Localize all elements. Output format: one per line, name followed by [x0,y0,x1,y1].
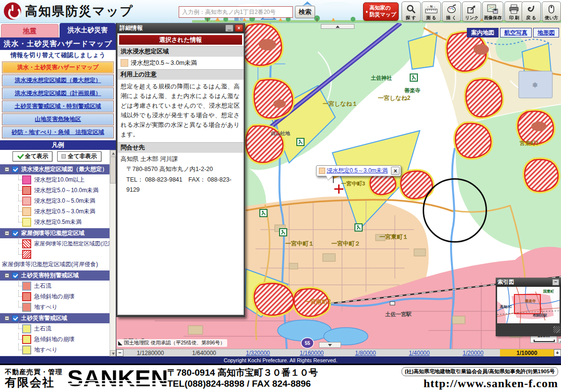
index-map-label: 布師田駅 [532,313,548,318]
minimize-icon[interactable]: − [552,279,559,285]
draw-tool-button[interactable]: 描 く [442,1,461,22]
map-attribution: 国土地理院 使用承認（平25情使、第896号） [117,339,227,347]
nav-sabo-designated[interactable]: 砂防・地すべり・急傾 法指定区域 [2,126,114,138]
footer-license: (社)高知県宅地建物取引業協会会員/高知県知事免許(9)第1905号 [402,367,558,376]
link-tool-button[interactable]: リンク [462,1,481,22]
tooltip-link[interactable]: 浸水想定0.5～3.0m未満 [327,167,388,175]
debris-flow-special-swatch [22,282,31,291]
nav-sediment-warning[interactable]: 土砂災害警戒区域・特別警戒区域 [2,100,114,112]
legend-item: 浸水想定10.0m以上 [0,174,116,185]
pan-up-handle[interactable] [321,24,354,29]
scrollbar-thumb[interactable] [110,157,116,184]
down-arrow-icon [328,344,332,346]
steep-slope-warning-swatch [22,335,31,344]
show-all-button[interactable]: 全て表示 [12,151,52,161]
legend-body: 全て表示 全て非表示 洪水浸水想定区域図（最大想定） 浸水想定10.0m以上 浸… [0,150,116,356]
tab-earthquake[interactable]: 地震 [1,24,59,37]
checkbox-checked[interactable] [12,272,18,279]
nav-mountain-disaster[interactable]: 山地災害危険地区 [2,113,114,125]
pan-down-handle[interactable] [319,342,341,348]
highlight-circle-annotation [423,178,487,243]
footer-tagline: 不動産売買・管理 [5,368,62,376]
nav-flood-plan[interactable]: 洪水浸水想定区域図（計画規模） [2,87,114,99]
footer-company-block: 不動産売買・管理 有限会社 [5,368,62,389]
footer-url[interactable]: http://www.sanken-f.com [424,377,558,390]
scale-1-160000[interactable]: 1/160000 [285,349,339,356]
legend-item: 地すべり [0,344,116,355]
tab-flood-sediment[interactable]: 洪水土砂災害 [60,23,116,37]
scale-1-20000[interactable]: 1/20000 [446,349,500,356]
legend-group-collapse[interactable]: 家屋倒壊等氾濫想定区域 [0,228,116,238]
collapse-icon[interactable] [5,316,9,320]
logo-stripe [67,386,168,388]
zoom-in-button[interactable]: + [554,349,561,356]
map-label: 一宮中町１ [285,240,314,247]
scale-1-80000[interactable]: 1/80000 [339,349,392,356]
sidebar: 地震 洪水土砂災害 洪水・土砂災害ハザードマップ 情報を切り替えて確認しましょう… [0,23,116,356]
svg-text:55: 55 [305,341,310,346]
help-tool-button[interactable]: 使い方 [542,1,561,22]
gsi-icon [118,341,122,345]
nav-flood-max[interactable]: 洪水浸水想定区域図（最大想定） [2,74,114,86]
detail-panel-body: 選択された情報 洪水浸水想定区域 浸水想定0.5～3.0m未満 利用上の注意 想… [117,33,244,315]
footer-license-block: (社)高知県宅地建物取引業協会会員/高知県知事免許(9)第1905号 http:… [402,367,558,390]
app-logo: 高知県防災マップ [4,2,134,20]
back-tool-button[interactable]: 戻 る [522,1,541,22]
checkbox-checked[interactable] [12,166,18,172]
collapse-icon[interactable] [5,273,9,278]
map-label: 一宮しなね2 [378,95,411,101]
checkbox-checked[interactable] [12,315,18,321]
header: 高知県防災マップ 検索 高知家の 防災マップ 探 す [0,0,561,23]
scroll-up-arrow[interactable] [110,150,116,156]
corner-resize-icon[interactable] [558,338,561,343]
index-map-canvas[interactable]: 高知JC 善楽寺 布師田駅 国豊町 [497,287,560,323]
scroll-down-arrow[interactable] [110,350,116,356]
detail-panel-titlebar[interactable]: 詳細情報 ＿ × [117,23,244,33]
checkbox-checked[interactable] [12,230,18,236]
minimize-button[interactable]: ＿ [225,24,233,32]
index-map-label: 高知JC [500,305,512,309]
search-button[interactable]: 検索 [295,6,315,18]
legend-group-flood-max[interactable]: 洪水浸水想定区域図（最大想定） [0,164,116,174]
measure-tool-button[interactable]: ←N→ 測 る [422,1,441,22]
magnifier-icon [406,3,416,15]
search-input[interactable] [179,6,293,18]
search-tool-button[interactable]: 探 す [402,1,421,22]
legend-item: 急傾斜地の崩壊 [0,291,116,302]
contact-name: 高知県 土木部 河川課 [121,154,241,164]
basemap-guide-map[interactable]: 案内地図 [467,28,499,37]
scale-1-40000[interactable]: 1/40000 [392,349,446,356]
legend-group-sediment-special[interactable]: 土砂災害特別警戒区域 [0,270,116,281]
kochi-family-bousai-map-button[interactable]: 高知家の 防災マップ [363,2,399,21]
flood-3-5m-swatch [22,196,31,206]
collapse-icon[interactable] [5,167,9,172]
legend-group-sediment-warning[interactable]: 土砂災害警戒区域 [0,313,116,323]
tooltip-close-button[interactable]: × [391,167,400,175]
flood-05-3m-swatch [22,207,31,216]
scale-1-320000[interactable]: 1/320000 [231,349,285,356]
resize-grip-icon[interactable] [553,326,560,333]
promo-line2: 防災マップ [369,12,396,18]
legend-item: 浸水想定0.5～3.0m未満 [0,206,116,217]
contact-phone: TEL： 088-823-9841 FAX： 088-823-9129 [121,175,241,196]
zoom-out-button[interactable]: − [116,349,123,356]
flood-10m-swatch [22,175,31,184]
map-label: 一宮中町3 [341,181,365,186]
hide-all-button[interactable]: 全て非表示 [57,151,101,161]
save-image-tool-button[interactable]: 画像保存 [482,1,503,22]
basemap-terrain[interactable]: 地形図 [533,28,559,37]
print-tool-button[interactable]: 印 刷 [504,1,524,22]
ruler-icon: ←N→ [425,3,438,15]
contact-address: 〒780-8570 高知市丸ノ内1-2-20 [121,164,241,174]
legend-scrollbar[interactable] [110,150,116,356]
flood-5-10m-swatch [22,186,31,195]
basemap-aerial-photo[interactable]: 航空写真 [500,28,532,37]
toolbar-secondary: 戻 る 使い方 [522,1,561,22]
close-button[interactable]: × [235,24,243,32]
svg-text:✽: ✽ [532,81,538,89]
index-map-titlebar[interactable]: 索引図 − [496,278,561,287]
nav-hazard-map[interactable]: 洪水・土砂災害ハザードマップ [2,61,114,74]
collapse-icon[interactable] [5,231,9,235]
mouse-icon [548,3,555,15]
scale-1-640000: 1/640000 [177,349,231,356]
